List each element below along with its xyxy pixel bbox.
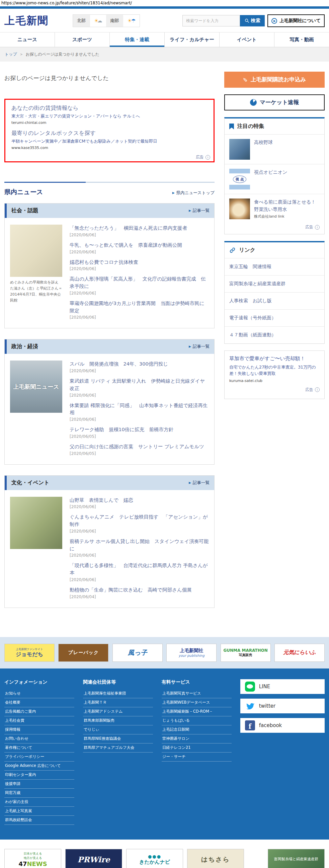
ad-title-link[interactable]: 草加市で愛車がすご〜い売却額！ [229,355,320,362]
article-title-link[interactable]: 父の日に向け缶に感謝の言葉 サントリー プレミアムモルツ [70,443,209,451]
article-title-link[interactable]: テレワーク補助 規模10倍に拡充 前橋市方針 [70,426,209,434]
partner-kazakko[interactable]: 風っ子 [112,644,163,662]
footer-link[interactable]: Google Adsence 広告について [4,762,74,771]
featured-item-koko-yakyu[interactable]: 高校野球 [225,134,324,164]
footer-link[interactable]: お問い合わせ [4,735,74,743]
politics-article-photo[interactable]: 上毛新聞ニュース [10,361,62,413]
tab-events[interactable]: イベント [219,32,274,47]
partner-jomo-publishing[interactable]: 上毛新聞社 your publishing [166,644,217,662]
article-title-link[interactable]: 東武鉄道 リバティ 太田駅乗り入れ 伊勢崎線と日光線ダイヤ改正 [70,378,209,392]
article-title-link[interactable]: ぐんまちゃんアニメ テレビ放映目指す 「アセンション」が制作 [70,514,209,528]
footer-link[interactable]: 上毛新聞写真サービス [162,689,232,698]
footer-link[interactable]: わが家の主役 [4,798,74,807]
footer-link[interactable]: 上毛社会賞 [4,716,74,725]
footer-link[interactable]: プライバシーポリシー [4,752,74,762]
twitter-button[interactable]: twitter [240,699,325,713]
sidebar-link-47-douga[interactable]: ４７動画（紙面連動） [225,327,324,343]
site-logo[interactable]: 上毛新聞 [4,14,48,28]
sidebar-link-denshi-sokuho[interactable]: 電子速報（号外紙面） [225,309,324,327]
article-title-link[interactable]: 休業要請 権限強化に「同感」 山本知事ネット番組で経済再生相 [70,402,209,417]
ad-info-icon[interactable] [315,387,320,392]
footer-link[interactable]: 雷神囲碁サロン [162,735,232,743]
sidebar-link-jinji-search[interactable]: 人事検索 お試し版 [225,292,324,309]
footer-link[interactable]: 上毛紙上写真展 [4,807,74,816]
article-title-link[interactable]: スバル 開発拠点増強 24年、300億円投じ [70,361,209,368]
section-society-list-link[interactable]: 記事一覧 [189,208,209,214]
section-culture-list-link[interactable]: 記事一覧 [189,480,209,486]
culture-article-photo[interactable] [10,497,62,549]
tab-photo-video[interactable]: 写真・動画 [274,32,329,47]
footer-link[interactable]: 採用情報 [4,725,74,735]
kennai-news-top-link[interactable]: 県内ニューストップ [172,190,215,196]
sidebar-link-tokyo-olympics[interactable]: 東京五輪 関連情報 [225,258,324,275]
article-title-link[interactable]: 「無念だっただろう」 横田滋さん死去に県内支援者 [70,225,209,232]
weather-widget[interactable]: 北部 ☀☁ 南部 ☀☂ [73,14,140,27]
search-input[interactable] [183,15,240,26]
ad-info-icon[interactable] [205,155,210,160]
footer-link[interactable]: 上毛記念日新聞 [162,725,232,735]
footer-link[interactable]: 上毛新聞アドシステム [83,707,153,716]
about-company-button[interactable]: ▶ 上毛新聞社について [267,14,325,27]
footer-link[interactable]: ジー・サーチ [162,752,232,762]
tab-features[interactable]: 特集・連載 [109,32,164,47]
ad-choices-label[interactable]: 広告 [229,383,320,396]
footer-link[interactable]: 上毛新聞ＴＲ [83,698,153,707]
footer-link[interactable]: 群馬政経懇話会 [4,816,74,825]
footer-link[interactable]: 同窓万歳 [4,789,74,798]
market-report-button[interactable]: マーケット速報 [224,94,325,111]
article-title-link[interactable]: 牛乳、も〜っと飲んで購入を 県畜産課が動画公開 [70,242,209,249]
article-title-link[interactable]: 動植物の「生命」陶芸に吹き込む 高崎で阿部さん個展 [70,587,209,594]
footer-link[interactable]: 日経テレコン21 [162,743,232,752]
banner-47news[interactable]: 日本が見える 地方が見える 47NEWS [4,849,61,868]
ad-item[interactable]: あなたの街の賃貸情報なら 東大宮・大宮・蕨エリアの賃貸マンション・アパートなら … [11,104,207,125]
article-title-link[interactable]: 高山の人形浄瑠璃「尻高人形」 文化庁の記録報告書完成 伝承手段に [70,276,209,290]
footer-link[interactable]: 群馬県アマチュアゴルフ大会 [83,743,153,752]
featured-item-ad[interactable]: 食べる前に農薬は落とせる！野菜洗い専用水 株式会社land link [225,194,324,224]
footer-link[interactable]: でりじぃ [83,725,153,735]
footer-link[interactable]: 広告掲載のご案内 [4,707,74,716]
banner-tomioka-silk[interactable]: 富岡製糸場と絹産業遺産群 [268,849,325,868]
sidebar-link-tomioka-silk[interactable]: 富岡製糸場と絹産業遺産群 [225,275,324,292]
ad-info-icon[interactable] [315,225,320,230]
ad-choices-label[interactable]: 広告 [225,224,324,234]
tab-life-culture[interactable]: ライフ・カルチャー [164,32,219,47]
society-article-photo[interactable] [10,225,62,277]
article-title-link[interactable]: 嬬恋村も公費でコロナ抗体検査 [70,259,209,266]
footer-link[interactable]: 著作権について [4,743,74,752]
footer-link[interactable]: 後援申請 [4,780,74,789]
ad-item[interactable]: 最寄りのレンタルボックスを探す 半額キャンペーン実施中／加瀬倉庫CMでもお馴染み… [11,129,207,150]
footer-link[interactable]: 上毛新聞WEBデータベース [162,698,232,707]
banner-prwire[interactable]: PRWire [65,849,122,868]
banner-hachisara[interactable]: はちさら [187,849,244,868]
footer-link[interactable]: 群馬県NIE推進協議会 [83,735,153,743]
article-title-link[interactable]: 前橋テルサ ホール個人貸し出し開始 スタインウェイ演奏可能に [70,538,209,553]
browser-url[interactable]: https://www.jomo-news.co.jp/feature/shit… [0,0,329,6]
breadcrumb-home-link[interactable]: トップ [5,52,17,57]
footer-link[interactable]: 上毛新聞縮刷版－CD-ROM－ [162,707,232,716]
footer-link[interactable]: じょうもばいる [162,716,232,725]
partner-gunma-marathon[interactable]: GUNMA MARATHON 写真販売 [221,644,271,662]
ad-title-link[interactable]: あなたの街の賃貸情報なら [11,104,207,112]
footer-link[interactable]: 上毛新聞厚生福祉事業団 [83,689,153,698]
line-button[interactable]: LINE [240,679,325,694]
partner-genki-life[interactable]: 元気にらいふ [274,644,325,662]
subscribe-button[interactable]: ✎ 上毛新聞購読お申込み [224,72,325,88]
footer-link[interactable]: お知らせ [4,689,74,698]
ad-title-link[interactable]: 最寄りのレンタルボックスを探す [11,129,207,137]
footer-link[interactable]: 印刷センター案内 [4,771,74,780]
article-title-link[interactable]: 華蔵寺公園遊園地が3カ月ぶり営業再開 当面は伊勢崎市民に限定 [70,300,209,315]
sidebar-ad[interactable]: 草加市で愛車がすご〜い売却額！ 自宅でかんたん27秒の中古車査定。31万円の差！… [224,350,325,399]
article-title-link[interactable]: 山野草 表情楽しんで 嬬恋 [70,497,209,504]
tab-sports[interactable]: スポーツ [55,32,109,47]
search-button[interactable]: 検索 [240,15,265,26]
partner-playback[interactable]: プレーバック [58,644,108,662]
partner-jomodachi[interactable]: 上毛新聞ファンサイト ジョモだち [4,644,55,662]
footer-link[interactable]: 会社概要 [4,698,74,707]
article-title-link[interactable]: 「現代通じる多様性」 台湾近代化に群馬県人尽力 手島さんが本 [70,562,209,577]
facebook-button[interactable]: facebook [240,718,325,733]
footer-link[interactable]: 群馬東部新聞販売 [83,716,153,725]
tab-news[interactable]: ニュース [0,32,55,47]
ad-choices-label[interactable]: 広告 [196,154,210,160]
section-politics-list-link[interactable]: 記事一覧 [189,344,209,349]
banner-kitakan-navi[interactable]: ●●● きたかんナビ [126,849,183,868]
